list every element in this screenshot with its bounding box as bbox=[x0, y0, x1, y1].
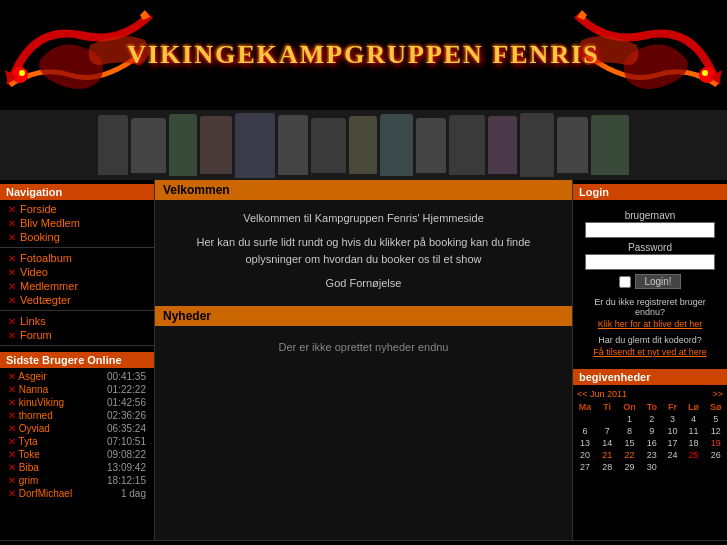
calendar-day-cell[interactable]: 11 bbox=[683, 425, 705, 437]
online-user-name: ✕ Oyviad bbox=[8, 423, 50, 434]
online-user-name: ✕ Nanna bbox=[8, 384, 48, 395]
svg-point-2 bbox=[19, 70, 25, 76]
calendar-day-cell[interactable]: 22 bbox=[617, 449, 641, 461]
nav-divider-3 bbox=[0, 345, 154, 346]
forgot-link[interactable]: Få tilsendt et nyt ved at here bbox=[579, 345, 721, 359]
online-user-time: 1 dag bbox=[121, 488, 146, 499]
login-links: Er du ikke registreret bruger endnu? Kli… bbox=[573, 293, 727, 363]
calendar-day-cell[interactable]: 9 bbox=[641, 425, 662, 437]
calendar-week-row: 27282930 bbox=[573, 461, 727, 473]
calendar-week-row: 6789101112 bbox=[573, 425, 727, 437]
nyheder-section: Nyheder Der er ikke oprettet nyheder end… bbox=[155, 306, 572, 368]
forgot-text: Har du glemt dit kodeord? bbox=[579, 335, 721, 345]
online-user-time: 18:12:15 bbox=[107, 475, 146, 486]
welcome-body: Velkommen til Kampgruppen Fenris' Hjemme… bbox=[155, 200, 572, 302]
password-label: Password bbox=[579, 242, 721, 253]
calendar-day-cell[interactable]: 25 bbox=[683, 449, 705, 461]
calendar-day-cell[interactable]: 14 bbox=[597, 437, 617, 449]
calendar-day-cell[interactable]: 7 bbox=[597, 425, 617, 437]
login-button[interactable]: Login! bbox=[635, 274, 680, 289]
main-layout: Navigation ✕ Forside ✕ Bliv Medlem ✕ Boo… bbox=[0, 180, 727, 540]
bullet-icon: ✕ bbox=[8, 330, 16, 341]
sidebar-item-video[interactable]: ✕ Video bbox=[0, 265, 154, 279]
calendar-day-cell[interactable]: 27 bbox=[573, 461, 597, 473]
calendar-day-cell[interactable]: 30 bbox=[641, 461, 662, 473]
calendar-day-cell[interactable]: 12 bbox=[704, 425, 727, 437]
calendar-day-cell bbox=[573, 413, 597, 425]
online-users-section: Sidste Brugere Online ✕ Asgeir 00:41:35 … bbox=[0, 352, 154, 500]
online-users-list: ✕ Asgeir 00:41:35 ✕ Nanna 01:22:22 ✕ kin… bbox=[0, 370, 154, 500]
online-user-row: ✕ Tyta 07:10:51 bbox=[0, 435, 154, 448]
calendar-day-cell[interactable]: 29 bbox=[617, 461, 641, 473]
footer: Fot bbox=[0, 540, 727, 545]
username-label: brugernavn bbox=[579, 210, 721, 221]
sidebar-item-booking[interactable]: ✕ Booking bbox=[0, 230, 154, 244]
calendar-day-cell[interactable]: 13 bbox=[573, 437, 597, 449]
calendar-day-cell[interactable]: 21 bbox=[597, 449, 617, 461]
calendar-day-cell[interactable]: 4 bbox=[683, 413, 705, 425]
sidebar-item-medlemmer[interactable]: ✕ Medlemmer bbox=[0, 279, 154, 293]
right-sidebar: Login brugernavn Password Login! Er du i… bbox=[572, 180, 727, 540]
online-user-row: ✕ thorned 02:36:26 bbox=[0, 409, 154, 422]
register-link[interactable]: Klik her for at blive det her bbox=[579, 317, 721, 331]
nav-divider-2 bbox=[0, 310, 154, 311]
sidebar-item-fotoalbum[interactable]: ✕ Fotoalbum bbox=[0, 251, 154, 265]
sidebar-item-forside[interactable]: ✕ Forside bbox=[0, 202, 154, 216]
bullet-icon: ✕ bbox=[8, 295, 16, 306]
calendar-next[interactable]: >> bbox=[712, 389, 723, 399]
online-user-time: 07:10:51 bbox=[107, 436, 146, 447]
photo-strip bbox=[0, 110, 727, 180]
calendar-day-header: Ma bbox=[573, 401, 597, 413]
online-user-time: 02:36:26 bbox=[107, 410, 146, 421]
calendar-day-header: Ti bbox=[597, 401, 617, 413]
calendar-day-cell[interactable]: 17 bbox=[662, 437, 682, 449]
online-user-time: 06:35:24 bbox=[107, 423, 146, 434]
online-user-name: ✕ thorned bbox=[8, 410, 53, 421]
online-user-name: ✕ kinuViking bbox=[8, 397, 64, 408]
nyheder-body: Der er ikke oprettet nyheder endnu bbox=[155, 326, 572, 368]
svg-point-4 bbox=[702, 70, 708, 76]
online-user-row: ✕ DorfMichael 1 dag bbox=[0, 487, 154, 500]
online-user-time: 01:42:56 bbox=[107, 397, 146, 408]
password-input[interactable] bbox=[585, 254, 715, 270]
calendar-day-cell[interactable]: 10 bbox=[662, 425, 682, 437]
calendar-day-cell[interactable]: 28 bbox=[597, 461, 617, 473]
calendar-nav: << Jun 2011 >> bbox=[573, 387, 727, 401]
calendar-day-cell[interactable]: 23 bbox=[641, 449, 662, 461]
online-user-row: ✕ grim 18:12:15 bbox=[0, 474, 154, 487]
online-user-row: ✕ Asgeir 00:41:35 bbox=[0, 370, 154, 383]
bullet-icon: ✕ bbox=[8, 281, 16, 292]
calendar-day-cell[interactable]: 6 bbox=[573, 425, 597, 437]
calendar-day-cell[interactable]: 8 bbox=[617, 425, 641, 437]
online-user-name: ✕ Tyta bbox=[8, 436, 38, 447]
login-section-title: Login bbox=[573, 184, 727, 200]
username-input[interactable] bbox=[585, 222, 715, 238]
calendar-day-cell[interactable]: 16 bbox=[641, 437, 662, 449]
calendar-day-cell[interactable]: 1 bbox=[617, 413, 641, 425]
calendar-day-cell[interactable]: 3 bbox=[662, 413, 682, 425]
sidebar-item-forum[interactable]: ✕ Forum bbox=[0, 328, 154, 342]
site-title: VIKINGEKAMPGRUPPEN FENRIS bbox=[127, 40, 600, 70]
calendar-day-cell bbox=[704, 461, 727, 473]
welcome-section-title: Velkommen bbox=[155, 180, 572, 200]
calendar-day-cell[interactable]: 24 bbox=[662, 449, 682, 461]
calendar-week-row: 12345 bbox=[573, 413, 727, 425]
calendar-day-cell[interactable]: 26 bbox=[704, 449, 727, 461]
online-user-row: ✕ Toke 09:08:22 bbox=[0, 448, 154, 461]
online-user-name: ✕ Toke bbox=[8, 449, 40, 460]
calendar-body: 1234567891011121314151617181920212223242… bbox=[573, 413, 727, 473]
sidebar-item-vedtaegter[interactable]: ✕ Vedtægter bbox=[0, 293, 154, 307]
calendar-day-cell[interactable]: 15 bbox=[617, 437, 641, 449]
remember-checkbox[interactable] bbox=[619, 276, 631, 288]
sidebar-item-links[interactable]: ✕ Links bbox=[0, 314, 154, 328]
calendar-day-cell[interactable]: 5 bbox=[704, 413, 727, 425]
calendar-section: begivenheder << Jun 2011 >> MaTiOnToFrLø… bbox=[573, 369, 727, 473]
not-registered-text2: endnu? bbox=[579, 307, 721, 317]
calendar-day-cell[interactable]: 18 bbox=[683, 437, 705, 449]
sidebar-item-bliv-medlem[interactable]: ✕ Bliv Medlem bbox=[0, 216, 154, 230]
calendar-day-cell[interactable]: 20 bbox=[573, 449, 597, 461]
calendar-day-cell[interactable]: 19 bbox=[704, 437, 727, 449]
calendar-day-cell[interactable]: 2 bbox=[641, 413, 662, 425]
not-registered-text: Er du ikke registreret bruger bbox=[579, 297, 721, 307]
calendar-prev[interactable]: << Jun 2011 bbox=[577, 389, 627, 399]
